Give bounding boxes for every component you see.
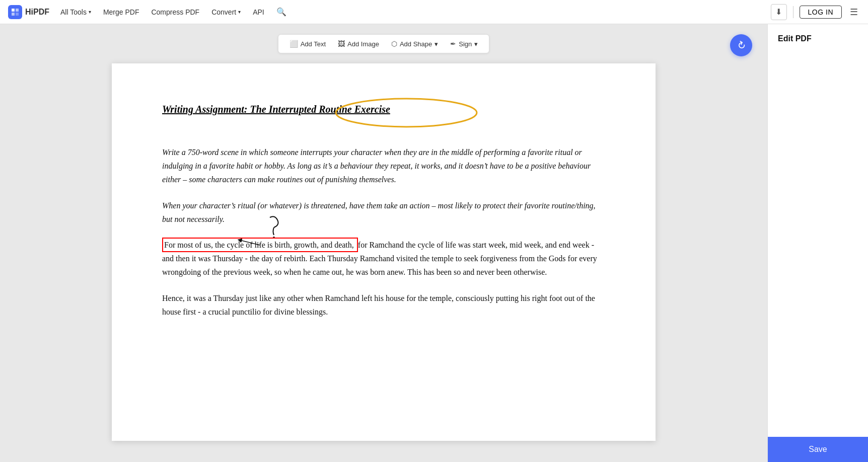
chevron-down-icon: ▾	[474, 40, 478, 48]
refresh-button[interactable]: ↻	[730, 34, 752, 56]
add-image-button[interactable]: 🖼 Add Image	[333, 38, 384, 50]
svg-rect-0	[12, 9, 15, 12]
nav-compress-pdf[interactable]: Compress PDF	[150, 6, 200, 18]
sign-button[interactable]: ✒ Sign ▾	[445, 38, 483, 50]
sign-icon: ✒	[450, 40, 456, 48]
add-text-button[interactable]: ⬜ Add Text	[284, 38, 331, 50]
nav-api[interactable]: API	[252, 6, 265, 18]
pdf-paragraph-1: Write a 750-word scene in which someone …	[162, 145, 605, 187]
navbar-right: ⬇ LOG IN ☰	[771, 4, 860, 20]
text-icon: ⬜	[290, 40, 298, 48]
sidebar-spacer	[768, 53, 868, 437]
pdf-paragraph-2: When your character’s ritual (or whateve…	[162, 199, 605, 226]
image-icon: 🖼	[338, 40, 345, 48]
download-button[interactable]: ⬇	[771, 4, 787, 20]
refresh-icon: ↻	[735, 38, 748, 52]
chevron-down-icon: ▾	[238, 9, 241, 15]
pdf-document: Writing Assignment: The Interrupted Rout…	[112, 63, 656, 441]
chevron-down-icon: ▾	[435, 40, 438, 48]
sidebar-title: Edit PDF	[768, 34, 868, 43]
add-shape-button[interactable]: ⬡ Add Shape ▾	[386, 38, 443, 50]
download-icon: ⬇	[775, 7, 782, 17]
svg-rect-3	[16, 13, 19, 16]
search-icon: 🔍	[276, 7, 286, 17]
logo-text: HiPDF	[25, 8, 49, 17]
red-box-text: For most of us, the cycle of life is bir…	[162, 238, 358, 252]
edit-toolbar: ⬜ Add Text 🖼 Add Image ⬡ Add Shape ▾ ✒ S…	[278, 34, 490, 53]
svg-rect-1	[16, 9, 19, 12]
nav-search[interactable]: 🔍	[275, 5, 287, 19]
logo-icon	[8, 5, 22, 19]
nav-merge-pdf[interactable]: Merge PDF	[102, 6, 140, 18]
nav-divider	[793, 6, 793, 18]
hamburger-icon: ☰	[850, 7, 858, 17]
pdf-title: Writing Assignment: The Interrupted Rout…	[162, 104, 390, 115]
sidebar: Edit PDF Save	[767, 24, 868, 462]
content-area: ⬜ Add Text 🖼 Add Image ⬡ Add Shape ▾ ✒ S…	[0, 24, 767, 462]
chevron-down-icon: ▾	[89, 9, 91, 15]
navbar: HiPDF All Tools ▾ Merge PDF Compress PDF…	[0, 0, 868, 24]
nav-all-tools[interactable]: All Tools ▾	[59, 6, 92, 18]
logo[interactable]: HiPDF	[8, 5, 49, 19]
menu-button[interactable]: ☰	[848, 5, 860, 20]
pdf-paragraph-4: Hence, it was a Thursday just like any o…	[162, 291, 605, 319]
pdf-body: Write a 750-word scene in which someone …	[162, 145, 605, 319]
login-button[interactable]: LOG IN	[800, 6, 842, 19]
shape-icon: ⬡	[391, 40, 397, 48]
save-button[interactable]: Save	[768, 437, 868, 462]
svg-rect-2	[12, 13, 15, 16]
pdf-paragraph-3: For most of us, the cycle of life is bir…	[162, 238, 605, 279]
nav-convert[interactable]: Convert ▾	[210, 6, 242, 18]
main-layout: ⬜ Add Text 🖼 Add Image ⬡ Add Shape ▾ ✒ S…	[0, 24, 868, 462]
